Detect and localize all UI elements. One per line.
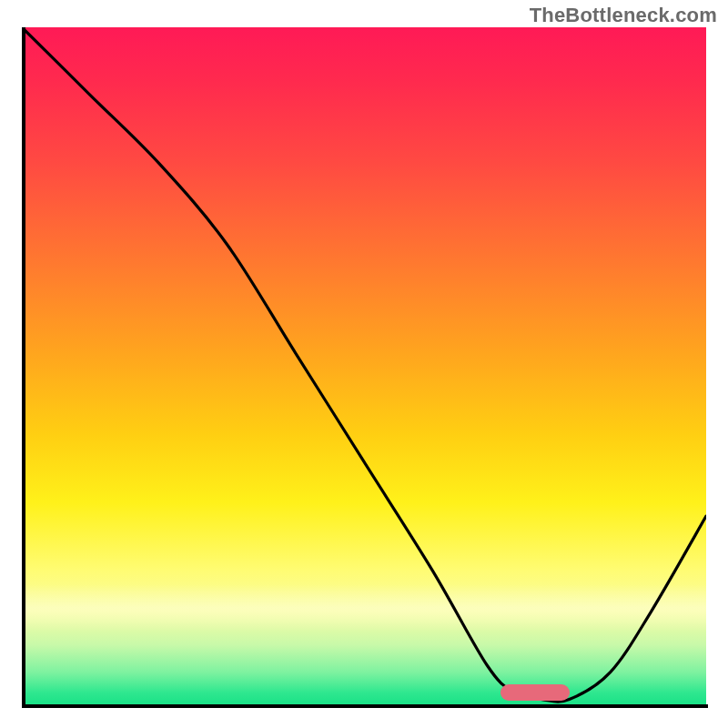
y-axis-line [22,27,25,706]
watermark-text: TheBottleneck.com [530,4,717,27]
x-axis-line [22,704,708,708]
plot-area [22,27,706,706]
valley-marker [500,684,569,701]
chart-stage: TheBottleneck.com [0,0,728,728]
